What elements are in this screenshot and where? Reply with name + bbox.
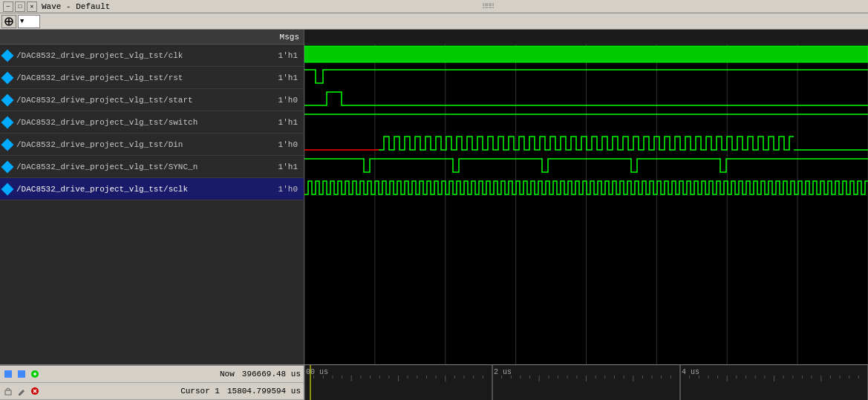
- signal-row-5[interactable]: /DAC8532_drive_project_vlg_tst/SYNC_n 1'…: [0, 156, 304, 178]
- status-left: Now 396669.48 us Cursor 1 15804.799594 u…: [0, 366, 304, 400]
- toolbar: ▼: [0, 13, 868, 30]
- drag-handle: ⠿⠿⠿: [110, 2, 865, 11]
- now-row: Now 396669.48 us: [0, 366, 304, 383]
- signal-diamond-icon: [1, 94, 14, 106]
- cursor-lock-icon[interactable]: [3, 386, 13, 396]
- signal-panel: Msgs /DAC8532_drive_project_vlg_tst/clk …: [0, 30, 304, 364]
- title-bar: ─ □ ✕ Wave - Default ⠿⠿⠿: [0, 0, 868, 13]
- signal-diamond-icon: [1, 71, 14, 84]
- msgs-label: Msgs: [280, 33, 299, 42]
- signal-diamond-icon: [1, 138, 14, 151]
- signal-diamond-icon: [1, 183, 14, 195]
- signal-header: Msgs: [0, 30, 304, 45]
- signal-name-6: /DAC8532_drive_project_vlg_tst/sclk: [16, 185, 272, 194]
- svg-rect-1: [4, 370, 12, 378]
- signal-name-5: /DAC8532_drive_project_vlg_tst/SYNC_n: [16, 163, 272, 171]
- status-area: Now 396669.48 us Cursor 1 15804.799594 u…: [0, 364, 868, 400]
- title-bar-icons: ─ □ ✕: [3, 1, 37, 12]
- now-value: 396669.48 us: [242, 370, 301, 378]
- toolbar-dropdown[interactable]: ▼: [18, 15, 40, 28]
- wave-panel: [304, 30, 868, 364]
- cursor1-value: 15804.799594 us: [227, 387, 301, 396]
- status-icon-2: [16, 369, 27, 379]
- cursor1-row: Cursor 1 15804.799594 us: [0, 383, 304, 400]
- signal-row-3[interactable]: /DAC8532_drive_project_vlg_tst/switch 1'…: [0, 111, 304, 134]
- signal-name-4: /DAC8532_drive_project_vlg_tst/Din: [16, 140, 272, 149]
- signal-name-0: /DAC8532_drive_project_vlg_tst/clk: [16, 51, 272, 60]
- status-icon-add[interactable]: [30, 369, 40, 379]
- signal-value-1: 1'h1: [272, 73, 298, 82]
- close-icon[interactable]: ✕: [27, 1, 37, 12]
- signal-row-0[interactable]: /DAC8532_drive_project_vlg_tst/clk 1'h1: [0, 45, 304, 67]
- signal-name-3: /DAC8532_drive_project_vlg_tst/switch: [16, 118, 272, 127]
- signal-row-4[interactable]: /DAC8532_drive_project_vlg_tst/Din 1'h0: [0, 134, 304, 156]
- status-icon-1: [3, 369, 13, 379]
- main-area: Msgs /DAC8532_drive_project_vlg_tst/clk …: [0, 30, 868, 364]
- signal-name-1: /DAC8532_drive_project_vlg_tst/rst: [16, 73, 272, 82]
- now-label: Now: [43, 370, 239, 378]
- signal-row-1[interactable]: /DAC8532_drive_project_vlg_tst/rst 1'h1: [0, 67, 304, 89]
- signal-diamond-icon: [1, 49, 14, 62]
- signal-name-2: /DAC8532_drive_project_vlg_tst/start: [16, 96, 272, 105]
- svg-rect-2: [18, 370, 25, 378]
- signal-value-2: 1'h0: [272, 96, 298, 105]
- waveform-canvas: [304, 45, 868, 364]
- signal-value-3: 1'h1: [272, 118, 298, 127]
- status-right: [304, 366, 868, 400]
- signal-value-6: 1'h0: [272, 185, 298, 194]
- signal-row-6[interactable]: /DAC8532_drive_project_vlg_tst/sclk 1'h0: [0, 178, 304, 200]
- wave-header-area: [304, 30, 868, 45]
- signal-value-4: 1'h0: [272, 140, 298, 149]
- signal-diamond-icon: [1, 116, 14, 128]
- cursor1-label: Cursor 1: [43, 387, 224, 396]
- signal-value-0: 1'h1: [272, 51, 298, 60]
- timeline-canvas: [304, 365, 868, 400]
- window-title: Wave - Default: [42, 2, 110, 11]
- maximize-icon[interactable]: □: [15, 1, 25, 12]
- signal-list: /DAC8532_drive_project_vlg_tst/clk 1'h1 …: [0, 45, 304, 200]
- signal-diamond-icon: [1, 160, 14, 173]
- cursor-delete-icon[interactable]: [30, 386, 40, 396]
- svg-rect-4: [5, 390, 11, 395]
- cursor-edit-icon[interactable]: [16, 386, 27, 396]
- signal-row-2[interactable]: /DAC8532_drive_project_vlg_tst/start 1'h…: [0, 89, 304, 111]
- toolbar-btn-1[interactable]: [1, 15, 16, 28]
- wave-canvas[interactable]: [304, 45, 868, 364]
- minimize-icon[interactable]: ─: [3, 1, 13, 12]
- signal-value-5: 1'h1: [272, 163, 298, 171]
